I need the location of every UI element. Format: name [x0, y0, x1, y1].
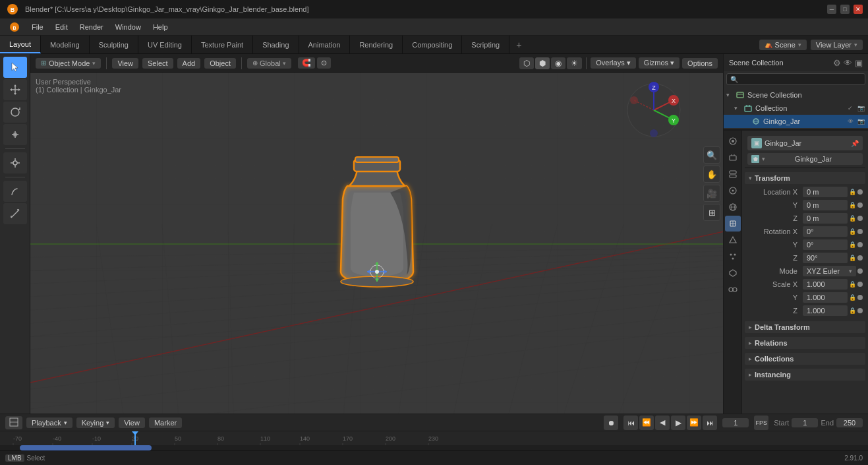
scale-y-dot[interactable]	[857, 295, 863, 300]
shading-rendered[interactable]: ☀	[567, 57, 582, 69]
menu-file[interactable]: File	[26, 22, 49, 32]
snap-button[interactable]: 🧲	[298, 57, 315, 69]
ginkgo-jar-render-icon[interactable]: 📷	[856, 117, 865, 126]
prop-physics-icon[interactable]	[725, 265, 741, 281]
keying-button[interactable]: Keying ▾	[76, 418, 115, 428]
rotation-y-lock[interactable]: 🔒	[849, 241, 856, 248]
shading-wireframe[interactable]: ⬡	[519, 57, 534, 69]
scale-z-dot[interactable]	[857, 308, 863, 313]
tool-scale[interactable]	[3, 124, 27, 145]
shading-material[interactable]: ◉	[551, 57, 565, 69]
location-y-value[interactable]: 0 m	[803, 200, 848, 210]
record-button[interactable]: ⏺	[604, 416, 618, 430]
camera-button[interactable]: 🎥	[703, 185, 720, 202]
pan-button[interactable]: ✋	[703, 166, 720, 183]
outliner-item-collection[interactable]: ▾ Collection ✓ 📷	[724, 102, 868, 115]
tab-rendering[interactable]: Rendering	[350, 36, 403, 53]
tool-rotate[interactable]	[3, 102, 27, 123]
start-frame-input[interactable]: 1	[792, 418, 818, 427]
tab-animation[interactable]: Animation	[299, 36, 351, 53]
menu-help[interactable]: Help	[148, 22, 173, 32]
scale-z-value[interactable]: 1.000	[803, 305, 848, 316]
prop-scene-icon[interactable]	[725, 183, 741, 199]
maximize-button[interactable]: □	[840, 5, 850, 14]
prop-modifier-icon[interactable]	[725, 232, 741, 248]
tab-scripting[interactable]: Scripting	[462, 36, 509, 53]
location-z-value[interactable]: 0 m	[803, 213, 848, 224]
jump-end-button[interactable]: ⏭	[703, 416, 717, 430]
menu-render[interactable]: Render	[74, 22, 109, 32]
proportional-button[interactable]: ⊙	[317, 57, 331, 69]
transform-dropdown[interactable]: ⊕ Global ▾	[247, 58, 291, 69]
instancing-header[interactable]: ▸ Instancing	[745, 369, 865, 381]
tool-cursor[interactable]	[3, 57, 27, 78]
object-pin-icon[interactable]: 📌	[851, 140, 859, 147]
tab-compositing[interactable]: Compositing	[403, 36, 462, 53]
minimize-button[interactable]: ─	[827, 5, 836, 14]
expand-collection[interactable]: ▾	[734, 105, 741, 111]
outliner-item-ginkgo-jar[interactable]: ▸ Ginkgo_Jar 👁 📷	[724, 115, 868, 128]
scale-x-lock[interactable]: 🔒	[849, 281, 856, 288]
current-frame-input[interactable]: 1	[722, 418, 749, 427]
location-z-dot[interactable]	[857, 216, 863, 221]
rotation-y-value[interactable]: 0°	[803, 239, 848, 250]
collection-render-icon[interactable]: 📷	[856, 104, 865, 113]
tab-modeling[interactable]: Modeling	[41, 36, 90, 53]
header-view[interactable]: View	[112, 58, 138, 69]
marker-button[interactable]: Marker	[149, 418, 182, 428]
ortho-button[interactable]: ⊞	[703, 204, 720, 221]
next-frame-button[interactable]: ⏩	[687, 416, 701, 430]
gizmo-button[interactable]: Gizmos ▾	[639, 57, 680, 69]
rotation-z-lock[interactable]: 🔒	[849, 255, 856, 261]
outliner-restrict-icon[interactable]: ▣	[855, 58, 863, 68]
tab-layout[interactable]: Layout	[0, 36, 41, 53]
scale-x-value[interactable]: 1.000	[803, 279, 848, 290]
rotation-x-value[interactable]: 0°	[803, 226, 848, 237]
mode-dropdown[interactable]: ⊞ Object Mode ▾	[36, 58, 101, 69]
expand-ginkgo-jar[interactable]: ▸	[742, 118, 749, 125]
scene-selector[interactable]: ⛺ Scene ▾	[759, 40, 807, 50]
scale-y-lock[interactable]: 🔒	[849, 294, 856, 301]
rotation-x-lock[interactable]: 🔒	[849, 228, 856, 235]
navigation-gizmo[interactable]: X Y Z	[624, 80, 683, 140]
prop-constraints-icon[interactable]	[725, 282, 741, 297]
collections-header[interactable]: ▸ Collections	[745, 353, 865, 365]
rotation-z-dot[interactable]	[857, 255, 863, 261]
tool-annotate[interactable]	[3, 181, 27, 202]
prop-object-icon[interactable]	[725, 216, 741, 232]
prev-frame-button[interactable]: ⏪	[639, 416, 654, 430]
fps-icon[interactable]: FPS	[754, 416, 768, 430]
prop-render-icon[interactable]	[725, 133, 741, 149]
tool-measure[interactable]	[3, 203, 27, 224]
timeline-body[interactable]: -70 -40 -10 20 50 80 110 140 170 200 230	[0, 431, 868, 450]
location-x-lock[interactable]: 🔒	[849, 189, 856, 195]
scale-z-lock[interactable]: 🔒	[849, 307, 856, 314]
location-x-value[interactable]: 0 m	[803, 187, 848, 197]
tab-shading[interactable]: Shading	[253, 36, 299, 53]
end-frame-input[interactable]: 250	[836, 418, 863, 427]
tab-sculpting[interactable]: Sculpting	[90, 36, 138, 53]
relations-header[interactable]: ▸ Relations	[745, 337, 865, 349]
outliner-item-scene-collection[interactable]: ▾ Scene Collection	[724, 88, 868, 102]
prop-world-icon[interactable]	[725, 199, 741, 215]
location-z-lock[interactable]: 🔒	[849, 215, 856, 222]
viewport-3d[interactable]: ⊞ Object Mode ▾ View Select Add Object ⊕…	[30, 54, 723, 414]
location-y-dot[interactable]	[857, 202, 863, 208]
blender-logo[interactable]: B	[5, 2, 20, 16]
outliner-filter-icon[interactable]: ⚙	[833, 58, 841, 68]
menu-edit[interactable]: Edit	[50, 22, 73, 32]
collection-visibility-icon[interactable]: ✓	[846, 104, 855, 113]
view-layer-selector[interactable]: View Layer ▾	[811, 40, 863, 50]
delta-transform-header[interactable]: ▸ Delta Transform	[745, 321, 865, 333]
header-select[interactable]: Select	[142, 58, 173, 69]
add-workspace-button[interactable]: +	[509, 36, 528, 53]
prop-output-icon[interactable]	[725, 150, 741, 166]
zoom-in-button[interactable]: 🔍	[703, 146, 720, 164]
jump-start-button[interactable]: ⏮	[623, 416, 638, 430]
outliner-view-options[interactable]: 👁	[844, 58, 852, 68]
rotation-mode-dot[interactable]	[857, 268, 863, 274]
tab-uv-editing[interactable]: UV Editing	[138, 36, 192, 53]
view-button[interactable]: View	[119, 418, 145, 428]
scale-x-dot[interactable]	[857, 282, 863, 287]
tool-move[interactable]	[3, 79, 27, 100]
